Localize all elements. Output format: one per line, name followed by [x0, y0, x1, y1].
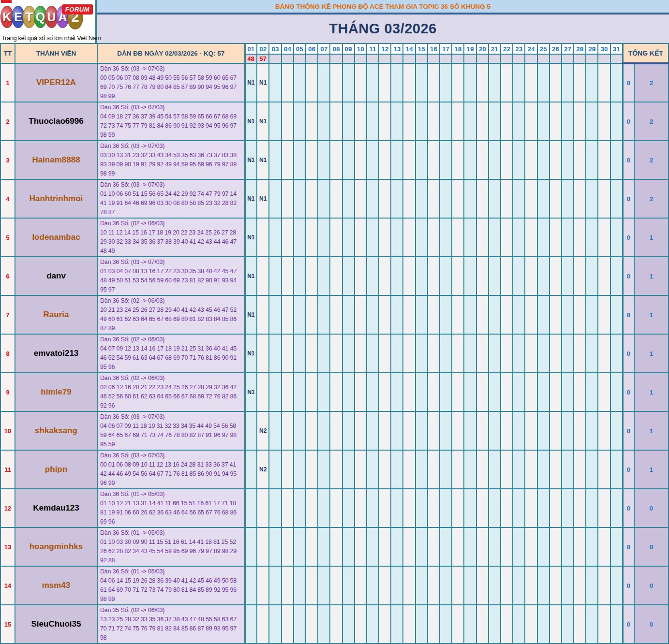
- day-cell-25: [537, 489, 550, 527]
- member-name[interactable]: Hanhtrinhmoi: [15, 179, 97, 218]
- member-name[interactable]: Rauria: [15, 295, 97, 334]
- day-cell-16: [428, 450, 440, 489]
- day-cell-09: [342, 373, 355, 411]
- day-cell-04: [282, 102, 294, 141]
- day-cell-19: [464, 102, 476, 141]
- member-name[interactable]: shkaksang: [15, 411, 97, 450]
- member-name[interactable]: Thuoclao6996: [15, 102, 97, 141]
- day-header-31: 31: [610, 44, 623, 54]
- site-logo[interactable]: KETQUA2 FORUM Trang kết quả xổ số lớn nh…: [0, 0, 97, 43]
- dan-cell: Dàn 36 Số: (01 -> 05/03)01 10 03 30 09 9…: [97, 527, 245, 566]
- day-cell-16: [428, 334, 440, 373]
- row-number: 8: [0, 334, 15, 373]
- day-cell-11: [367, 257, 379, 295]
- tongket-miss-count: 0: [623, 141, 634, 179]
- day-cell-25: [537, 141, 550, 179]
- day-cell-30: [598, 605, 610, 644]
- member-name[interactable]: Kemdau123: [15, 489, 97, 527]
- day-cell-09: [342, 605, 355, 644]
- day-cell-09: [342, 489, 355, 527]
- day-cell-30: [598, 63, 610, 102]
- day-cell-17: [440, 179, 452, 218]
- day-cell-15: [416, 179, 428, 218]
- tongket-hit-count: 1: [634, 295, 669, 334]
- dan-cell: Dàn 36 Số: (02 -> 06/03)02 06 12 16 20 2…: [97, 373, 245, 411]
- day-cell-28: [574, 411, 586, 450]
- day-cell-19: [464, 179, 476, 218]
- day-cell-30: [598, 334, 610, 373]
- day-cell-10: [355, 605, 367, 644]
- day-header-13: 13: [391, 44, 403, 54]
- member-name[interactable]: lodenambac: [15, 218, 97, 257]
- day-header-08: 08: [330, 44, 342, 54]
- day-cell-14: [403, 257, 415, 295]
- row-number: 11: [0, 450, 15, 489]
- member-name[interactable]: SieuChuoi35: [15, 605, 97, 644]
- day-cell-19: [464, 489, 476, 527]
- day-cell-31: [610, 411, 623, 450]
- day-cell-29: [586, 489, 598, 527]
- day-cell-22: [501, 257, 513, 295]
- member-name[interactable]: hoangminhks: [15, 527, 97, 566]
- day-cell-07: [318, 218, 330, 257]
- day-cell-23: [513, 450, 525, 489]
- member-name[interactable]: Hainam8888: [15, 141, 97, 179]
- day-cell-29: [586, 295, 598, 334]
- day-cell-19: [464, 141, 476, 179]
- dan-range-label: Dàn 36 Số: (01 -> 05/03): [100, 528, 242, 538]
- day-cell-27: [562, 566, 574, 605]
- day-cell-14: [403, 141, 415, 179]
- kq-cell-29: [586, 54, 598, 63]
- day-cell-07: [318, 295, 330, 334]
- day-cell-22: [501, 527, 513, 566]
- day-cell-27: [562, 218, 574, 257]
- member-name[interactable]: danv: [15, 257, 97, 295]
- day-cell-13: [391, 566, 403, 605]
- day-header-28: 28: [574, 44, 586, 54]
- member-name[interactable]: emvatoi213: [15, 334, 97, 373]
- day-cell-26: [550, 295, 562, 334]
- dan-cell: Dàn 36 Số: (02 -> 06/03)10 11 12 14 15 1…: [97, 218, 245, 257]
- dan-numbers: 03 30 13 31 23 32 33 43 34 53 35 63 36 7…: [100, 151, 242, 178]
- day-cell-26: [550, 450, 562, 489]
- day-cell-18: [452, 373, 464, 411]
- kq-cell-18: [452, 54, 464, 63]
- day-cell-14: [403, 489, 415, 527]
- day-cell-28: [574, 179, 586, 218]
- stats-table: TTTHÀNH VIÊNDÀN ĐB NGÀY 02/03/2026 - KQ:…: [0, 43, 669, 644]
- member-name[interactable]: himle79: [15, 373, 97, 411]
- day-cell-26: [550, 63, 562, 102]
- dan-numbers: 20 21 23 24 25 26 27 28 29 40 41 42 43 4…: [100, 306, 242, 333]
- member-name[interactable]: phipn: [15, 450, 97, 489]
- day-cell-08: [330, 489, 342, 527]
- day-cell-27: [562, 102, 574, 141]
- day-cell-10: [355, 257, 367, 295]
- day-cell-26: [550, 141, 562, 179]
- day-cell-07: [318, 411, 330, 450]
- day-cell-16: [428, 179, 440, 218]
- day-cell-12: [379, 373, 391, 411]
- day-cell-19: [464, 218, 476, 257]
- tongket-miss-count: 0: [623, 373, 634, 411]
- day-cell-10: [355, 102, 367, 141]
- day-cell-27: [562, 373, 574, 411]
- day-cell-03: [269, 295, 281, 334]
- day-header-10: 10: [355, 44, 367, 54]
- dan-range-label: Dàn 36 Số: (03 -> 07/03): [100, 142, 242, 151]
- day-cell-27: [562, 141, 574, 179]
- day-cell-18: [452, 295, 464, 334]
- dan-cell: Dàn 36 Số: (03 -> 07/03)01 03 04 07 08 1…: [97, 257, 245, 295]
- tongket-hit-count: 1: [634, 257, 669, 295]
- day-cell-05: [294, 527, 306, 566]
- member-name[interactable]: msm43: [15, 566, 97, 605]
- member-name[interactable]: VIPER12A: [15, 63, 97, 102]
- day-cell-31: [610, 179, 623, 218]
- day-cell-06: [306, 334, 318, 373]
- dan-cell: Dàn 35 Số: (02 -> 06/03)13 23 25 28 32 3…: [97, 605, 245, 644]
- day-cell-17: [440, 450, 452, 489]
- dan-cell: Dàn 36 Số: (03 -> 07/03)00 05 06 07 08 0…: [97, 63, 245, 102]
- day-cell-27: [562, 63, 574, 102]
- day-cell-19: [464, 373, 476, 411]
- day-cell-06: [306, 566, 318, 605]
- dan-numbers: 01 10 03 30 09 90 11 15 51 16 61 14 41 1…: [100, 538, 242, 565]
